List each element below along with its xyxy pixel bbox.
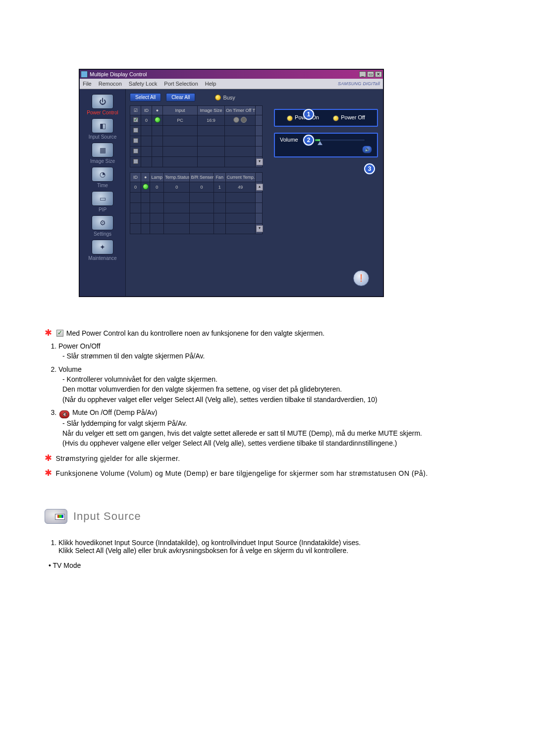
sidebar-item-maintenance[interactable]: ✦ Maintenance: [83, 240, 122, 261]
select-all-button[interactable]: Select All: [130, 93, 161, 101]
grid-row[interactable]: [130, 136, 263, 147]
col-currenttemp: Current Temp.: [225, 173, 255, 182]
grid-col-status: ●: [152, 106, 163, 115]
input-source-icon: ◧: [92, 118, 113, 133]
item-line: - Slår strømmen til den valgte skjermen …: [62, 351, 490, 361]
sidebar-item-input-source[interactable]: ◧ Input Source: [83, 118, 122, 140]
scroll-down-button[interactable]: ▾: [256, 225, 263, 232]
menu-remocon[interactable]: Remocon: [99, 81, 122, 87]
radio-icon: [333, 115, 339, 121]
grid-row[interactable]: 0 PC 16:9: [130, 115, 263, 126]
pip-icon: ▭: [92, 191, 113, 206]
page-root: Multiple Display Control _ ▭ ✕ File Remo…: [0, 0, 535, 756]
mute-chip-icon: 🔇: [59, 410, 69, 418]
sidebar-item-label: Time: [83, 183, 122, 188]
sidebar-item-label: Power Control: [83, 110, 122, 115]
grid2-row[interactable]: [130, 203, 263, 213]
grid-col-checkbox[interactable]: ☑: [130, 106, 141, 115]
col-brsensor: B/R Senser: [190, 173, 214, 182]
app-icon: [81, 71, 88, 78]
status-dot-icon: [155, 117, 160, 123]
grid2-row[interactable]: [130, 193, 263, 203]
sidebar-item-label: PIP: [83, 207, 122, 212]
col-lamp: Lamp: [150, 173, 164, 182]
col-tempstatus: Temp.Status: [164, 173, 190, 182]
list-item: Power On/Off - Slår strømmen til den val…: [58, 341, 490, 361]
input-source-section-icon: [45, 509, 67, 524]
callout-1: 1: [303, 109, 314, 120]
mute-button[interactable]: 🔊: [362, 146, 372, 153]
busy-label: Busy: [223, 95, 235, 101]
power-off-radio[interactable]: Power Off: [333, 114, 365, 121]
minimize-button[interactable]: _: [359, 71, 366, 77]
volume-panel: Volume 10 🔊: [274, 133, 378, 157]
sidebar-item-label: Maintenance: [83, 255, 122, 261]
note-text: Funksjonene Volume (Volum) og Mute (Demp…: [55, 469, 428, 477]
bullet-line: • TV Mode: [49, 561, 490, 569]
app-window: Multiple Display Control _ ▭ ✕ File Remo…: [79, 69, 383, 297]
sidebar: ⏻ Power Control ◧ Input Source ▦ Image S…: [80, 89, 126, 296]
close-button[interactable]: ✕: [375, 71, 382, 77]
menu-help[interactable]: Help: [205, 81, 216, 87]
grid-col-timer: On Timer Off T: [225, 106, 256, 115]
cell-currenttemp: 49: [225, 182, 255, 193]
image-size-icon: ▦: [92, 143, 113, 157]
titlebar: Multiple Display Control _ ▭ ✕: [80, 70, 383, 79]
star-icon: ✱: [45, 466, 54, 479]
time-icon: ◔: [92, 167, 113, 182]
row-checkbox[interactable]: [133, 138, 138, 143]
scroll-up-button[interactable]: ▴: [256, 184, 263, 191]
main-panel: Select All Clear All Busy: [126, 89, 383, 296]
status-dot-icon: [143, 184, 149, 190]
sidebar-item-pip[interactable]: ▭ PIP: [83, 191, 122, 212]
grid-row[interactable]: [130, 147, 263, 157]
cell-id: 0: [141, 115, 152, 126]
cell-fan: 1: [214, 182, 225, 193]
intro-line: ✱ Med Power Control kan du kontrollere n…: [45, 326, 490, 339]
row-checkbox[interactable]: [133, 159, 138, 164]
grid-col-id: ID: [141, 106, 152, 115]
row-checkbox[interactable]: [133, 117, 138, 122]
sidebar-item-power-control[interactable]: ⏻ Power Control: [83, 94, 122, 115]
item-line: (Når du opphever valget eller velger Sel…: [62, 395, 490, 404]
grid-row[interactable]: [130, 126, 263, 136]
clear-all-button[interactable]: Clear All: [166, 93, 195, 101]
timer-dot-icon: [233, 117, 239, 123]
slider-handle-icon[interactable]: [318, 141, 322, 145]
grid-header-row: ☑ ID ● Input Image Size On Timer Off T: [130, 106, 263, 115]
bullet-text: TV Mode: [53, 561, 81, 569]
list-item: 🔇 Mute On /Off (Demp På/Av) - Slår lydde…: [58, 407, 490, 449]
menu-safetylock[interactable]: Safety Lock: [129, 81, 157, 87]
toolbar: Select All Clear All Busy: [130, 93, 379, 101]
row-checkbox[interactable]: [133, 128, 138, 133]
sidebar-item-settings[interactable]: ⚙ Settings: [83, 215, 122, 237]
sidebar-item-time[interactable]: ◔ Time: [83, 167, 122, 188]
scroll-down-button[interactable]: ▾: [256, 158, 263, 165]
section-title: Input Source: [73, 510, 141, 523]
grid-row[interactable]: ▾: [130, 157, 263, 167]
cell-id: 0: [130, 182, 141, 193]
menu-portselection[interactable]: Port Selection: [164, 81, 198, 87]
item-line: Den mottar volumverdien for den valgte s…: [62, 384, 490, 394]
grid2-row[interactable]: 0 0 0 0 1 49 ▴: [130, 182, 263, 193]
cell-imagesize: 16:9: [198, 115, 225, 126]
item-title: Volume: [58, 365, 82, 373]
section-line2: Klikk Select All (Velg alle) eller bruk …: [58, 547, 348, 554]
row-checkbox[interactable]: [133, 149, 138, 153]
sidebar-item-image-size[interactable]: ▦ Image Size: [83, 143, 122, 164]
maximize-button[interactable]: ▭: [367, 71, 374, 77]
cell-input: PC: [163, 115, 198, 126]
numbered-list: Power On/Off - Slår strømmen til den val…: [45, 341, 490, 449]
busy-indicator: Busy: [215, 95, 235, 101]
cell-tempstatus: 0: [164, 182, 190, 193]
menu-file[interactable]: File: [83, 81, 92, 87]
sidebar-item-label: Settings: [83, 231, 122, 237]
cell-lamp: 0: [150, 182, 164, 193]
col-id: ID: [130, 173, 141, 182]
callout-3: 3: [364, 163, 375, 174]
volume-slider[interactable]: [315, 139, 365, 142]
grid2-row[interactable]: ▾: [130, 224, 263, 234]
grid2-row[interactable]: [130, 213, 263, 224]
section-line1: Klikk hovedikonet Input Source (Inndatak…: [58, 539, 361, 547]
settings-icon: ⚙: [92, 215, 113, 230]
